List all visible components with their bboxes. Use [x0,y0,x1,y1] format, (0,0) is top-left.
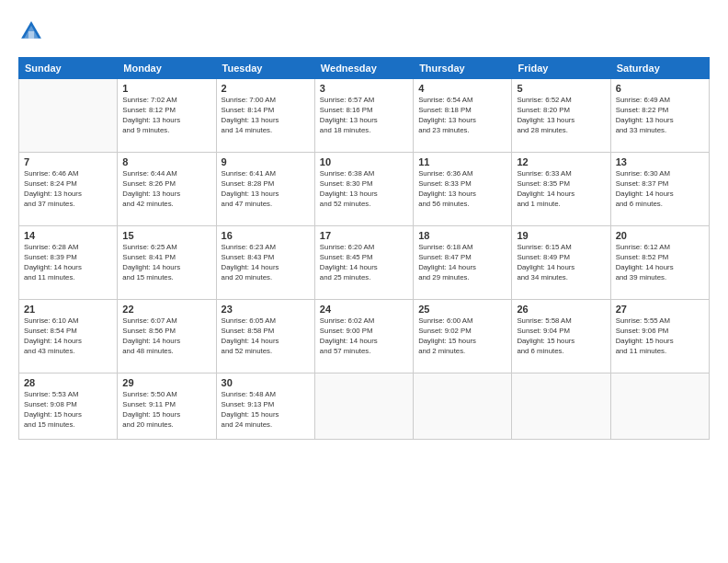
calendar-cell: 3Sunrise: 6:57 AM Sunset: 8:16 PM Daylig… [314,79,413,153]
calendar-cell: 15Sunrise: 6:25 AM Sunset: 8:41 PM Dayli… [118,226,216,300]
day-info: Sunrise: 6:49 AM Sunset: 8:22 PM Dayligh… [616,96,704,136]
calendar-cell: 22Sunrise: 6:07 AM Sunset: 8:56 PM Dayli… [118,300,216,373]
day-number: 18 [418,230,506,241]
calendar-cell [314,373,413,440]
svg-rect-2 [28,31,34,39]
day-number: 14 [24,230,112,241]
day-number: 24 [320,304,408,315]
day-info: Sunrise: 6:38 AM Sunset: 8:30 PM Dayligh… [320,169,408,210]
day-number: 20 [616,230,704,241]
calendar-header-sunday: Sunday [19,58,118,79]
day-number: 8 [122,156,210,167]
day-info: Sunrise: 6:05 AM Sunset: 8:58 PM Dayligh… [222,316,310,357]
calendar-header-friday: Friday [512,58,610,79]
day-info: Sunrise: 5:53 AM Sunset: 9:08 PM Dayligh… [24,390,112,431]
calendar-cell: 9Sunrise: 6:41 AM Sunset: 8:28 PM Daylig… [216,153,314,226]
day-info: Sunrise: 6:10 AM Sunset: 8:54 PM Dayligh… [24,316,112,357]
calendar-week-3: 14Sunrise: 6:28 AM Sunset: 8:39 PM Dayli… [19,226,710,300]
day-info: Sunrise: 6:20 AM Sunset: 8:45 PM Dayligh… [320,243,408,283]
day-number: 5 [517,83,605,94]
calendar-week-4: 21Sunrise: 6:10 AM Sunset: 8:54 PM Dayli… [19,300,710,373]
calendar-cell: 16Sunrise: 6:23 AM Sunset: 8:43 PM Dayli… [216,226,314,300]
day-number: 4 [418,83,506,94]
day-number: 9 [222,156,310,167]
day-number: 28 [24,377,112,388]
day-number: 12 [517,156,605,167]
day-number: 19 [517,230,605,241]
calendar-cell [610,373,709,440]
day-info: Sunrise: 6:44 AM Sunset: 8:26 PM Dayligh… [122,169,210,210]
day-info: Sunrise: 6:30 AM Sunset: 8:37 PM Dayligh… [616,169,704,210]
day-info: Sunrise: 6:00 AM Sunset: 9:02 PM Dayligh… [418,316,506,357]
day-number: 29 [122,377,210,388]
day-number: 30 [222,377,310,388]
header [18,18,710,44]
calendar-cell: 4Sunrise: 6:54 AM Sunset: 8:18 PM Daylig… [414,79,512,153]
day-number: 25 [418,304,506,315]
day-info: Sunrise: 5:50 AM Sunset: 9:11 PM Dayligh… [122,390,210,431]
calendar-cell: 18Sunrise: 6:18 AM Sunset: 8:47 PM Dayli… [414,226,512,300]
calendar-cell: 1Sunrise: 7:02 AM Sunset: 8:12 PM Daylig… [118,79,216,153]
calendar-cell: 12Sunrise: 6:33 AM Sunset: 8:35 PM Dayli… [512,153,610,226]
calendar-cell: 21Sunrise: 6:10 AM Sunset: 8:54 PM Dayli… [19,300,118,373]
day-number: 27 [616,304,704,315]
calendar-cell: 26Sunrise: 5:58 AM Sunset: 9:04 PM Dayli… [512,300,610,373]
day-info: Sunrise: 5:58 AM Sunset: 9:04 PM Dayligh… [517,316,605,357]
calendar-cell: 24Sunrise: 6:02 AM Sunset: 9:00 PM Dayli… [314,300,413,373]
day-info: Sunrise: 7:00 AM Sunset: 8:14 PM Dayligh… [222,96,310,136]
day-info: Sunrise: 5:48 AM Sunset: 9:13 PM Dayligh… [222,390,310,431]
calendar-cell: 28Sunrise: 5:53 AM Sunset: 9:08 PM Dayli… [19,373,118,440]
day-number: 23 [222,304,310,315]
day-number: 21 [24,304,112,315]
calendar-header-tuesday: Tuesday [216,58,314,79]
calendar-table: SundayMondayTuesdayWednesdayThursdayFrid… [18,57,710,440]
day-number: 15 [122,230,210,241]
day-info: Sunrise: 6:36 AM Sunset: 8:33 PM Dayligh… [418,169,506,210]
calendar-cell: 29Sunrise: 5:50 AM Sunset: 9:11 PM Dayli… [118,373,216,440]
calendar-cell: 19Sunrise: 6:15 AM Sunset: 8:49 PM Dayli… [512,226,610,300]
day-number: 1 [122,83,210,94]
day-info: Sunrise: 6:41 AM Sunset: 8:28 PM Dayligh… [222,169,310,210]
day-info: Sunrise: 6:15 AM Sunset: 8:49 PM Dayligh… [517,243,605,283]
calendar-cell [19,79,118,153]
day-info: Sunrise: 5:55 AM Sunset: 9:06 PM Dayligh… [616,316,704,357]
calendar-cell [512,373,610,440]
calendar-header-saturday: Saturday [610,58,709,79]
day-number: 7 [24,156,112,167]
calendar-cell: 2Sunrise: 7:00 AM Sunset: 8:14 PM Daylig… [216,79,314,153]
day-number: 10 [320,156,408,167]
calendar-cell: 30Sunrise: 5:48 AM Sunset: 9:13 PM Dayli… [216,373,314,440]
day-number: 16 [222,230,310,241]
calendar-cell: 13Sunrise: 6:30 AM Sunset: 8:37 PM Dayli… [610,153,709,226]
logo-icon [18,18,44,44]
calendar-week-2: 7Sunrise: 6:46 AM Sunset: 8:24 PM Daylig… [19,153,710,226]
day-info: Sunrise: 6:18 AM Sunset: 8:47 PM Dayligh… [418,243,506,283]
calendar-header-row: SundayMondayTuesdayWednesdayThursdayFrid… [19,58,710,79]
day-info: Sunrise: 6:02 AM Sunset: 9:00 PM Dayligh… [320,316,408,357]
calendar-cell: 11Sunrise: 6:36 AM Sunset: 8:33 PM Dayli… [414,153,512,226]
calendar-cell: 8Sunrise: 6:44 AM Sunset: 8:26 PM Daylig… [118,153,216,226]
day-number: 6 [616,83,704,94]
calendar-cell: 5Sunrise: 6:52 AM Sunset: 8:20 PM Daylig… [512,79,610,153]
calendar-cell: 20Sunrise: 6:12 AM Sunset: 8:52 PM Dayli… [610,226,709,300]
day-number: 13 [616,156,704,167]
calendar-header-thursday: Thursday [414,58,512,79]
calendar-cell: 14Sunrise: 6:28 AM Sunset: 8:39 PM Dayli… [19,226,118,300]
day-number: 2 [222,83,310,94]
day-number: 11 [418,156,506,167]
day-info: Sunrise: 6:28 AM Sunset: 8:39 PM Dayligh… [24,243,112,283]
day-info: Sunrise: 6:07 AM Sunset: 8:56 PM Dayligh… [122,316,210,357]
day-info: Sunrise: 6:25 AM Sunset: 8:41 PM Dayligh… [122,243,210,283]
day-info: Sunrise: 6:23 AM Sunset: 8:43 PM Dayligh… [222,243,310,283]
page: SundayMondayTuesdayWednesdayThursdayFrid… [0,0,728,563]
day-number: 17 [320,230,408,241]
day-info: Sunrise: 6:57 AM Sunset: 8:16 PM Dayligh… [320,96,408,136]
calendar-cell: 23Sunrise: 6:05 AM Sunset: 8:58 PM Dayli… [216,300,314,373]
day-number: 26 [517,304,605,315]
day-info: Sunrise: 6:54 AM Sunset: 8:18 PM Dayligh… [418,96,506,136]
calendar-cell: 10Sunrise: 6:38 AM Sunset: 8:30 PM Dayli… [314,153,413,226]
calendar-cell: 6Sunrise: 6:49 AM Sunset: 8:22 PM Daylig… [610,79,709,153]
calendar-cell: 27Sunrise: 5:55 AM Sunset: 9:06 PM Dayli… [610,300,709,373]
calendar-cell [414,373,512,440]
calendar-header-monday: Monday [118,58,216,79]
